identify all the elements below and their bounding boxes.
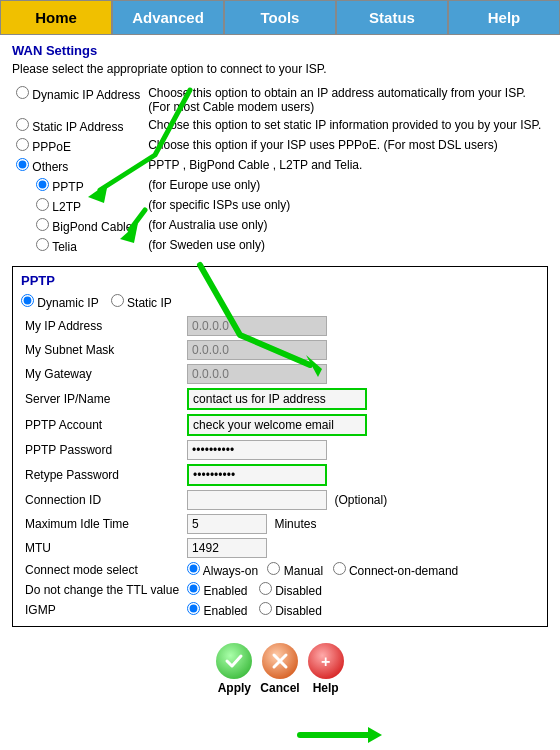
dynamic-ip-label[interactable]: Dynamic IP Address [16,88,140,102]
apply-icon [223,650,245,672]
sub-option-pptp: PPTP (for Europe use only) [12,176,548,196]
server-ip-row: Server IP/Name [21,386,539,412]
max-idle-input[interactable] [187,514,267,534]
svg-text:+: + [321,653,330,670]
button-row: Apply Cancel + Help [12,643,548,705]
cancel-button[interactable] [262,643,298,679]
subnet-mask-row: My Subnet Mask [21,338,539,362]
dynamic-ip-radio[interactable] [16,86,29,99]
help-label: Help [313,681,339,695]
nav-help[interactable]: Help [448,0,560,35]
l2tp-sub-label[interactable]: L2TP [36,200,81,214]
igmp-enabled-radio[interactable] [187,602,200,615]
pptp-sub-label[interactable]: PPTP [36,180,84,194]
nav-advanced[interactable]: Advanced [112,0,224,35]
static-ip-desc: Choose this option to set static IP info… [144,116,548,136]
my-ip-input[interactable] [187,316,327,336]
connection-id-note: (Optional) [334,493,387,507]
account-row: PPTP Account [21,412,539,438]
apply-label: Apply [218,681,251,695]
static-ip-radio[interactable] [16,118,29,131]
my-ip-label: My IP Address [21,314,183,338]
manual-radio[interactable] [267,562,280,575]
connect-mode-label: Connect mode select [21,560,183,580]
navigation: Home Advanced Tools Status Help [0,0,560,35]
igmp-enabled-label[interactable]: Enabled [187,604,251,618]
nav-status[interactable]: Status [336,0,448,35]
cancel-button-wrap: Cancel [260,643,299,695]
bigpond-sub-label[interactable]: BigPond Cable [36,220,132,234]
pppoe-desc: Choose this option if your ISP uses PPPo… [144,136,548,156]
ip-mode-row: Dynamic IP Static IP [21,294,539,310]
static-ip-label[interactable]: Static IP Address [16,120,124,134]
telia-sub-radio[interactable] [36,238,49,251]
sub-option-telia: Telia (for Sweden use only) [12,236,548,256]
static-ip-mode-radio[interactable] [111,294,124,307]
ttl-enabled-radio[interactable] [187,582,200,595]
password-label: PPTP Password [21,438,183,462]
help-icon: + [315,650,337,672]
connect-mode-row: Connect mode select Always-on Manual Con… [21,560,539,580]
max-idle-unit: Minutes [274,517,316,531]
account-input[interactable] [187,414,367,436]
always-on-label[interactable]: Always-on [187,564,261,578]
always-on-radio[interactable] [187,562,200,575]
ttl-row: Do not change the TTL value Enabled Disa… [21,580,539,600]
l2tp-sub-note: (for specific ISPs use only) [144,196,548,216]
gateway-input[interactable] [187,364,327,384]
dynamic-ip-mode-label[interactable]: Dynamic IP [21,294,99,310]
help-button-wrap: + Help [308,643,344,695]
ttl-enabled-label[interactable]: Enabled [187,584,251,598]
main-content: WAN Settings Please select the appropria… [0,35,560,713]
subnet-mask-label: My Subnet Mask [21,338,183,362]
retype-password-row: Retype Password [21,462,539,488]
ttl-label: Do not change the TTL value [21,580,183,600]
retype-password-input[interactable] [187,464,327,486]
ttl-disabled-label[interactable]: Disabled [259,584,322,598]
connection-id-label: Connection ID [21,488,183,512]
ttl-disabled-radio[interactable] [259,582,272,595]
dynamic-ip-mode-radio[interactable] [21,294,34,307]
mtu-row: MTU [21,536,539,560]
mtu-label: MTU [21,536,183,560]
server-ip-input[interactable] [187,388,367,410]
password-input[interactable] [187,440,327,460]
telia-sub-label[interactable]: Telia [36,240,77,254]
l2tp-sub-radio[interactable] [36,198,49,211]
option-pppoe: PPPoE Choose this option if your ISP use… [12,136,548,156]
option-dynamic-ip: Dynamic IP Address Choose this option to… [12,84,548,116]
igmp-disabled-label[interactable]: Disabled [259,604,322,618]
cancel-icon [269,650,291,672]
apply-button[interactable] [216,643,252,679]
igmp-row: IGMP Enabled Disabled [21,600,539,620]
others-label[interactable]: Others [16,160,68,174]
subnet-mask-input[interactable] [187,340,327,360]
pptp-section: PPTP Dynamic IP Static IP My IP Address [12,266,548,627]
manual-label[interactable]: Manual [267,564,326,578]
help-button[interactable]: + [308,643,344,679]
my-ip-row: My IP Address [21,314,539,338]
bigpond-sub-radio[interactable] [36,218,49,231]
sub-option-l2tp: L2TP (for specific ISPs use only) [12,196,548,216]
connect-on-demand-radio[interactable] [333,562,346,575]
pppoe-label[interactable]: PPPoE [16,140,71,154]
static-ip-mode-label[interactable]: Static IP [111,294,172,310]
svg-marker-3 [368,727,382,743]
pptp-sub-radio[interactable] [36,178,49,191]
nav-home[interactable]: Home [0,0,112,35]
pppoe-radio[interactable] [16,138,29,151]
nav-tools[interactable]: Tools [224,0,336,35]
connection-id-input[interactable] [187,490,327,510]
igmp-disabled-radio[interactable] [259,602,272,615]
mtu-input[interactable] [187,538,267,558]
gateway-row: My Gateway [21,362,539,386]
connect-on-demand-label[interactable]: Connect-on-demand [333,564,459,578]
telia-sub-note: (for Sweden use only) [144,236,548,256]
wan-description: Please select the appropriate option to … [12,62,548,76]
igmp-label: IGMP [21,600,183,620]
server-ip-label: Server IP/Name [21,386,183,412]
others-radio[interactable] [16,158,29,171]
option-static-ip: Static IP Address Choose this option to … [12,116,548,136]
wan-options-table: Dynamic IP Address Choose this option to… [12,84,548,256]
option-others: Others PPTP , BigPond Cable , L2TP and T… [12,156,548,176]
